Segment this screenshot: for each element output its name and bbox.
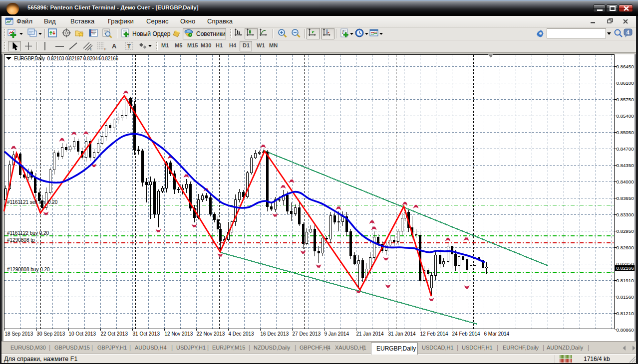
svg-text:EURGBP,Daily 0.82103 0.82197: EURGBP,Daily 0.82103 0.82197 0.82044 0.8…: [14, 56, 118, 61]
svg-text:30 Sep 2013: 30 Sep 2013: [37, 331, 65, 337]
svg-text:27 Dec 2013: 27 Dec 2013: [293, 331, 321, 337]
svg-text:#1161122 buy 0.20: #1161122 buy 0.20: [7, 230, 49, 236]
svg-text:0.82600: 0.82600: [617, 245, 635, 250]
svg-text:31 Jan 2014: 31 Jan 2014: [388, 331, 416, 337]
svg-text:0.86100: 0.86100: [617, 80, 635, 86]
svg-text:0.83650: 0.83650: [617, 195, 635, 201]
svg-text:0.84350: 0.84350: [617, 163, 635, 168]
svg-text:T: T: [127, 43, 131, 49]
svg-text:6 Mar 2014: 6 Mar 2014: [484, 331, 510, 337]
svg-text:0.85050: 0.85050: [617, 130, 635, 135]
svg-text:9 Jan 2014: 9 Jan 2014: [324, 331, 349, 337]
svg-text:0.83300: 0.83300: [617, 212, 635, 217]
svg-text:4: 4: [627, 29, 630, 35]
svg-text:0.82166: 0.82166: [617, 265, 634, 271]
svg-text:0.85400: 0.85400: [617, 113, 635, 119]
svg-text:0.84700: 0.84700: [617, 146, 635, 152]
svg-text:12 Nov 2013: 12 Nov 2013: [165, 331, 193, 337]
svg-text:21 Jan 2014: 21 Jan 2014: [356, 331, 384, 337]
svg-text:22 Oct 2013: 22 Oct 2013: [101, 331, 128, 337]
svg-text:0.81560: 0.81560: [617, 294, 635, 300]
svg-text:F: F: [104, 47, 106, 51]
svg-text:12 Feb 2014: 12 Feb 2014: [420, 331, 449, 337]
svg-text:0.84000: 0.84000: [617, 179, 635, 184]
svg-text:0.81210: 0.81210: [617, 311, 635, 316]
svg-text:22 Nov 2013: 22 Nov 2013: [197, 331, 225, 337]
svg-text:31 Oct 2013: 31 Oct 2013: [133, 331, 160, 337]
svg-text:4 Dec 2013: 4 Dec 2013: [229, 331, 255, 337]
svg-text:0.86450: 0.86450: [617, 64, 635, 69]
svg-text:0.85750: 0.85750: [617, 97, 635, 102]
svg-text:0.82950: 0.82950: [617, 228, 635, 234]
svg-text:0.80860: 0.80860: [617, 327, 635, 333]
svg-text:24 Feb 2014: 24 Feb 2014: [452, 331, 481, 337]
svg-text:18 Sep 2013: 18 Sep 2013: [5, 331, 33, 337]
svg-text:10 Oct 2013: 10 Oct 2013: [69, 331, 96, 337]
svg-text:#1161121 sell lim 0.20: #1161121 sell lim 0.20: [7, 199, 58, 205]
svg-text:E: E: [90, 47, 92, 51]
svg-text:16 Dec 2013: 16 Dec 2013: [261, 331, 289, 337]
svg-text:#1290808 buy 0.20: #1290808 buy 0.20: [7, 267, 50, 272]
svg-text:#1290808 tp: #1290808 tp: [7, 237, 35, 243]
svg-text:0.81910: 0.81910: [617, 278, 635, 283]
